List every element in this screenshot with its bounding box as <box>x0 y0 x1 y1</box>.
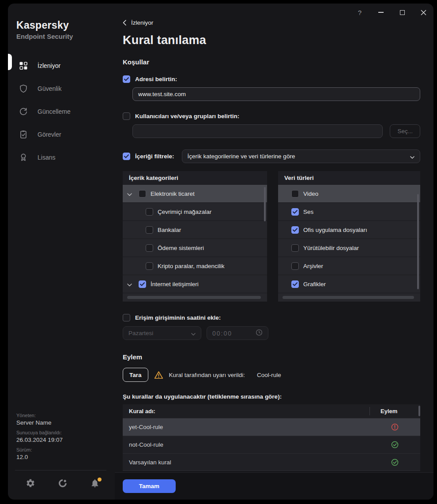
sidebar-item-guvenlik[interactable]: Güvenlik <box>8 77 115 100</box>
datatypes-panel-title: Veri türleri <box>278 171 420 184</box>
sidebar-icon-row <box>8 470 115 497</box>
chevron-left-icon <box>123 20 126 26</box>
list-item-label: Ödeme sistemleri <box>158 245 204 251</box>
address-checkbox[interactable] <box>123 75 130 83</box>
list-item[interactable]: Grafikler <box>278 275 420 293</box>
checkbox[interactable] <box>291 244 299 252</box>
ok-button[interactable]: Tamam <box>123 479 176 493</box>
sidebar-item-label: İzleniyor <box>38 62 60 69</box>
column-header-name: Kural adı: <box>123 408 369 414</box>
users-checkbox[interactable] <box>123 112 130 120</box>
select-users-button[interactable]: Seç... <box>390 124 420 138</box>
time-checkbox[interactable] <box>123 314 130 321</box>
version-label: Sürüm: <box>16 447 115 452</box>
notifications-bell-icon[interactable] <box>90 478 101 489</box>
checkbox[interactable] <box>291 190 299 198</box>
sidebar-item-lisans[interactable]: Lisans <box>8 146 115 169</box>
checkbox[interactable] <box>146 244 153 252</box>
sidebar-item-label: Güncelleme <box>38 108 71 115</box>
main-content: İzleniyor Kural tanılama Koşullar Adresi… <box>115 4 433 500</box>
list-item-label: Grafikler <box>303 281 326 287</box>
rule-status <box>369 459 420 466</box>
refresh-icon <box>19 107 29 116</box>
list-item[interactable]: Ödeme sistemleri <box>123 239 267 257</box>
vscroll-thumb[interactable] <box>264 187 266 221</box>
address-label: Adresi belirtin: <box>135 76 177 82</box>
checkbox[interactable] <box>146 262 153 270</box>
daytime-row: Pazartesi 00:00 <box>123 326 420 340</box>
checkbox[interactable] <box>146 208 153 216</box>
active-nav-indicator <box>8 54 12 70</box>
list-item-label: Yürütülebilir dosyalar <box>303 245 359 251</box>
filter-checkbox[interactable] <box>123 153 130 160</box>
test-button[interactable]: Tara <box>123 368 148 382</box>
list-item[interactable]: Video <box>278 184 420 202</box>
list-item[interactable]: Bankalar <box>123 220 267 239</box>
address-input[interactable] <box>132 87 420 101</box>
list-item[interactable]: Ses <box>278 202 420 220</box>
chevron-down-icon <box>410 153 414 161</box>
checkbox[interactable] <box>291 208 299 216</box>
sidebar-item-izleniyor[interactable]: İzleniyor <box>8 54 115 77</box>
triggered-rule-name: Cool-rule <box>257 372 281 378</box>
checkbox[interactable] <box>291 226 299 234</box>
checkbox[interactable] <box>291 280 299 288</box>
list-item-label: Elektronik ticaret <box>151 190 195 197</box>
filter-mode-select[interactable]: İçerik kategorilerine ve veri türlerine … <box>182 149 420 163</box>
support-icon[interactable] <box>58 478 68 489</box>
license-icon <box>19 153 29 162</box>
check-icon <box>293 282 298 286</box>
expand-chevron-icon[interactable] <box>127 190 134 197</box>
users-label: Kullanıcıları ve/veya grupları belirtin: <box>135 113 239 119</box>
expand-chevron-icon[interactable] <box>127 280 134 287</box>
checkbox[interactable] <box>146 226 153 234</box>
checkbox[interactable] <box>139 190 146 198</box>
table-row[interactable]: yet-Cool-rule <box>123 418 420 436</box>
vscroll-thumb[interactable] <box>417 194 419 289</box>
check-icon <box>293 228 298 232</box>
ok-status-icon <box>391 441 399 448</box>
list-item[interactable]: Çevrimiçi mağazalar <box>123 202 267 220</box>
back-label: İzleniyor <box>131 19 153 26</box>
list-item[interactable]: Yürütülebilir dosyalar <box>278 239 420 257</box>
list-item[interactable]: Ofis uygulama dosyaları <box>278 220 420 239</box>
day-value: Pazartesi <box>128 330 188 336</box>
check-icon <box>140 282 145 286</box>
hscroll-thumb[interactable] <box>127 296 261 299</box>
table-row[interactable]: Varsayılan kural <box>123 453 420 471</box>
list-item[interactable]: Elektronik ticaret <box>123 184 267 202</box>
content-categories-panel: İçerik kategorileri Elektronik ticaretÇe… <box>123 171 267 302</box>
help-button[interactable]: ? <box>356 8 364 16</box>
sidebar: Kaspersky Endpoint Security İzleniyor <box>8 4 115 500</box>
table-row[interactable]: not-Cool-rule <box>123 436 420 453</box>
sidebar-item-gorevler[interactable]: Görevler <box>8 123 115 146</box>
brand-logo: Kaspersky <box>16 19 115 31</box>
warning-status-icon <box>391 423 399 431</box>
list-item[interactable]: Kripto paralar, madencilik <box>123 257 267 275</box>
settings-gear-icon[interactable] <box>26 478 36 489</box>
rule-name: not-Cool-rule <box>123 441 369 448</box>
time-input[interactable]: 00:00 <box>207 326 268 340</box>
warning-text: Kural tarafından uyarı verildi: <box>169 372 245 378</box>
list-item[interactable]: Arşivler <box>278 257 420 275</box>
sidebar-item-guncelleme[interactable]: Güncelleme <box>8 100 115 123</box>
checkbox[interactable] <box>291 262 299 270</box>
back-link[interactable]: İzleniyor <box>123 19 153 26</box>
minimize-button[interactable] <box>377 8 385 16</box>
check-icon <box>124 77 129 81</box>
filter-panels: İçerik kategorileri Elektronik ticaretÇe… <box>123 171 420 302</box>
dialog-footer: Tamam <box>115 472 433 500</box>
list-item[interactable]: İnternet iletişimleri <box>123 275 267 293</box>
list-item-label: İnternet iletişimleri <box>151 281 199 287</box>
sidebar-item-label: Görevler <box>38 131 61 138</box>
checkbox[interactable] <box>139 280 146 288</box>
day-select[interactable]: Pazartesi <box>123 326 201 340</box>
users-input[interactable] <box>132 124 383 138</box>
table-vscroll-thumb[interactable] <box>418 406 420 416</box>
column-header-action: Eylem <box>369 407 420 415</box>
notification-badge <box>98 478 102 482</box>
close-button[interactable] <box>419 8 427 16</box>
sidebar-item-label: Lisans <box>38 154 55 161</box>
maximize-button[interactable] <box>398 8 406 16</box>
hscroll-thumb[interactable] <box>283 296 414 299</box>
